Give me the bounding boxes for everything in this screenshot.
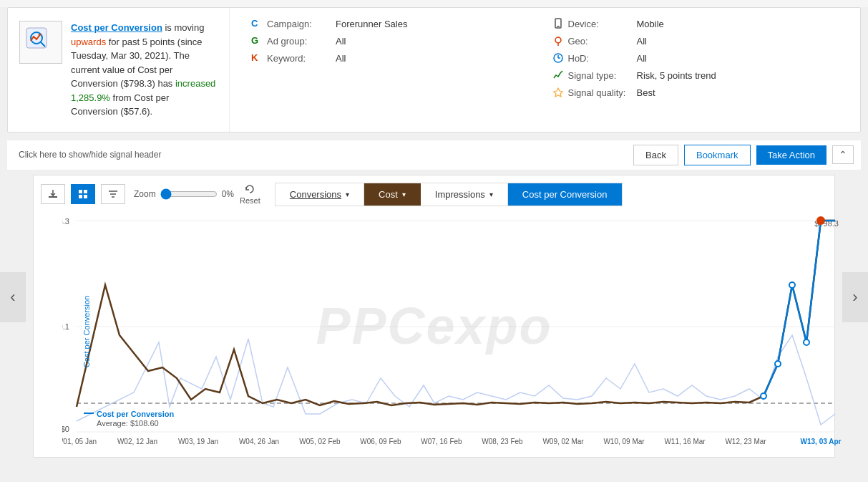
signal-description: Cost per Conversion is moving upwards fo… [71,21,218,119]
svg-text:Cost per Conversion: Cost per Conversion [97,410,174,418]
svg-text:W12, 23 Mar: W12, 23 Mar [725,438,766,445]
svg-text:W02, 12 Jan: W02, 12 Jan [117,438,157,445]
svg-rect-5 [557,26,560,27]
filter-icon [107,188,119,200]
action-bar: Click here to show/hide signal header Ba… [7,140,861,170]
hod-label: HoD: [568,53,633,64]
geo-value: All [637,36,647,47]
chart-area: Zoom 0% Reset Conversions ▾ Cost ▾ [33,175,835,458]
hod-icon [552,52,564,64]
device-icon [552,18,564,29]
tab-conversions-label: Conversions [290,189,341,200]
svg-rect-14 [79,195,82,198]
zoom-section: Zoom 0% [134,188,234,200]
keyword-value: All [336,53,346,64]
tab-cpc-label: Cost per Conversion [522,189,608,200]
campaign-label: Campaign: [267,19,331,29]
tab-impressions[interactable]: Impressions ▾ [421,183,508,206]
adgroup-icon: G [251,35,263,47]
prev-arrow[interactable]: ‹ [0,272,26,322]
svg-text:W11, 16 Mar: W11, 16 Mar [664,438,706,445]
data-point [761,393,766,399]
svg-text:Average: $108.60: Average: $108.60 [97,419,159,428]
tab-cost[interactable]: Cost ▾ [364,183,421,206]
tab-impressions-label: Impressions [435,189,485,200]
current-data-point [816,216,825,225]
filter-button[interactable] [101,184,125,204]
svg-point-6 [555,37,561,43]
metric-tabs: Conversions ▾ Cost ▾ Impressions ▾ Cost … [275,183,623,206]
reset-section[interactable]: Reset [240,183,260,205]
svg-text:W09, 02 Mar: W09, 02 Mar [542,438,584,445]
svg-rect-13 [84,190,87,193]
svg-text:$0: $0 [62,425,69,433]
signal-quality-label: Signal quality: [568,87,633,98]
svg-rect-27 [84,413,94,414]
svg-text:$399.1: $399.1 [62,322,69,331]
reset-icon [244,183,255,195]
tab-conversions-chevron: ▾ [346,191,349,198]
svg-rect-15 [84,195,87,198]
tab-cost-per-conversion[interactable]: Cost per Conversion [508,183,623,206]
download-button[interactable] [41,184,65,204]
tab-conversions[interactable]: Conversions ▾ [275,183,364,206]
geo-icon [552,35,564,47]
signal-icon-box [19,21,62,64]
keyword-icon: K [251,52,263,64]
svg-marker-10 [554,88,562,97]
signal-type-value: Risk, 5 points trend [637,70,716,81]
zoom-label: Zoom [134,189,156,199]
campaign-value: Forerunner Sales [336,19,407,29]
device-value: Mobile [637,19,664,29]
signal-type-label: Signal type: [568,70,633,81]
svg-text:W03, 19 Jan: W03, 19 Jan [178,438,218,445]
svg-text:W04, 26 Jan: W04, 26 Jan [239,438,279,445]
geo-label: Geo: [568,36,633,47]
svg-text:W13, 03 Apr: W13, 03 Apr [801,438,842,445]
data-point [775,361,781,367]
hod-value: All [637,53,647,64]
tab-impressions-chevron: ▾ [489,191,493,198]
metric-link[interactable]: Cost per Conversion [71,22,162,33]
grid-icon [77,188,89,200]
campaign-icon: C [251,18,263,29]
data-point [804,339,809,345]
signal-col-right: Device: Mobile Geo: All HoD: All Signal … [545,15,847,125]
y-axis-label: Cost per Conversion [82,295,91,367]
svg-text:W06, 09 Feb: W06, 09 Feb [360,438,401,445]
svg-text:W10, 09 Mar: W10, 09 Mar [603,438,645,445]
bookmark-button[interactable]: Bookmark [684,145,751,165]
svg-rect-12 [79,190,82,193]
chart-toolbar: Zoom 0% Reset Conversions ▾ Cost ▾ [41,183,827,206]
svg-text:W07, 16 Feb: W07, 16 Feb [421,438,462,445]
svg-text:W08, 23 Feb: W08, 23 Feb [482,438,523,445]
adgroup-value: All [336,36,346,47]
adgroup-label: Ad group: [267,36,331,47]
svg-rect-11 [49,196,57,198]
tab-cost-chevron: ▾ [402,191,406,198]
signal-quality-value: Best [637,87,655,98]
signal-col-left: C Campaign: Forerunner Sales G Ad group:… [244,15,545,125]
signal-type-icon [552,69,564,81]
zoom-slider[interactable] [160,188,218,200]
data-point [789,282,795,288]
show-hide-toggle[interactable]: Click here to show/hide signal header [19,150,633,160]
keyword-label: Keyword: [267,53,331,64]
signal-quality-icon [552,87,564,98]
chart-container: PPCexpo Cost per Conversion $798.3 $399.… [41,213,827,450]
zoom-value: 0% [222,189,234,199]
svg-text:$798.3: $798.3 [62,217,69,226]
next-arrow[interactable]: › [842,272,868,322]
reset-label: Reset [240,196,260,205]
tab-cost-label: Cost [379,189,398,200]
take-action-button[interactable]: Take Action [756,145,827,165]
download-icon [47,188,59,200]
device-label: Device: [568,19,633,29]
back-button[interactable]: Back [633,145,678,165]
svg-text:W01, 05 Jan: W01, 05 Jan [62,438,97,445]
svg-text:W05, 02 Feb: W05, 02 Feb [299,438,341,445]
grid-view-button[interactable] [71,184,95,204]
collapse-button[interactable]: ⌃ [832,145,854,164]
chart-svg: $798.3 $399.1 $0 $798.3 [62,213,849,450]
